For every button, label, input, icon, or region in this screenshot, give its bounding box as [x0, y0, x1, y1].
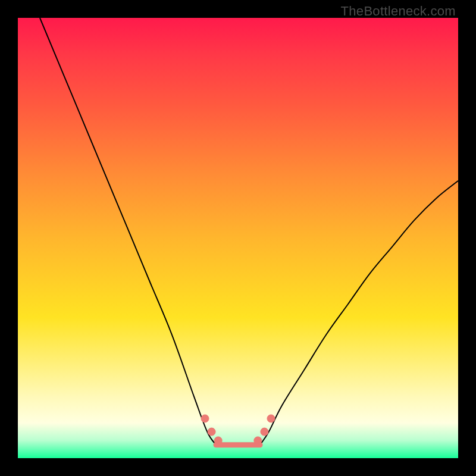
- plot-area: [18, 18, 458, 458]
- marker-dot: [201, 415, 209, 422]
- marker-dot: [214, 437, 222, 444]
- chart-svg: [18, 18, 458, 458]
- marker-dot: [254, 437, 262, 444]
- curve-right: [260, 181, 458, 445]
- chart-frame: TheBottleneck.com: [0, 0, 476, 476]
- marker-dot: [267, 415, 275, 422]
- watermark-text: TheBottleneck.com: [341, 4, 456, 19]
- marker-dot: [261, 428, 268, 436]
- marker-dot: [208, 428, 215, 436]
- curve-left: [40, 18, 216, 445]
